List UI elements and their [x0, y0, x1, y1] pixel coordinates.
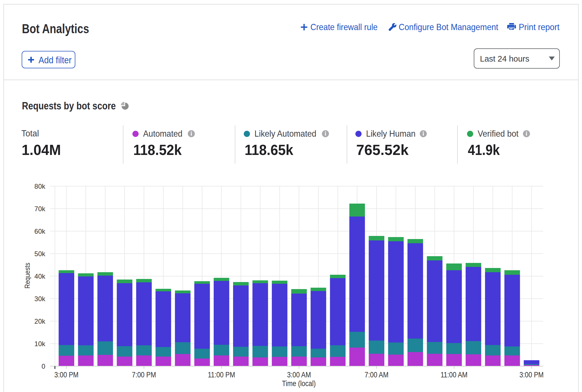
svg-text:11:00 PM: 11:00 PM: [208, 370, 235, 379]
svg-text:11:00 AM: 11:00 AM: [441, 370, 468, 379]
svg-text:0: 0: [42, 362, 45, 370]
svg-text:Time (local): Time (local): [282, 379, 316, 388]
svg-text:7:00 PM: 7:00 PM: [132, 370, 156, 379]
svg-text:3:00 AM: 3:00 AM: [287, 370, 311, 379]
svg-text:3:00 PM: 3:00 PM: [54, 370, 78, 379]
svg-text:30k: 30k: [34, 295, 46, 303]
svg-text:70k: 70k: [34, 205, 46, 213]
svg-text:40k: 40k: [34, 272, 46, 280]
svg-text:3:00 PM: 3:00 PM: [520, 370, 544, 379]
svg-text:Requests: Requests: [23, 263, 31, 289]
svg-text:7:00 AM: 7:00 AM: [365, 370, 389, 379]
svg-text:10k: 10k: [34, 340, 46, 348]
svg-text:80k: 80k: [34, 183, 46, 190]
svg-text:60k: 60k: [34, 227, 46, 235]
svg-text:20k: 20k: [34, 317, 46, 325]
svg-text:50k: 50k: [34, 250, 46, 258]
